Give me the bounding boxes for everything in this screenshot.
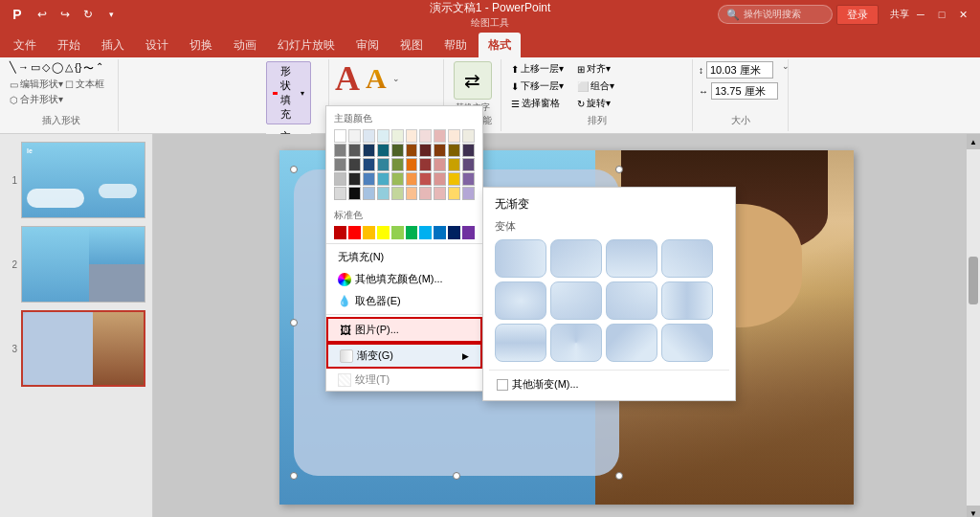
edit-shape-button[interactable]: ▭编辑形状▾ (10, 78, 63, 91)
variant-7[interactable] (606, 281, 657, 320)
variant-11[interactable] (606, 324, 657, 362)
color-pale-cyan[interactable] (377, 187, 390, 200)
more-fill-colors-item[interactable]: 其他填充颜色(M)... (326, 268, 482, 290)
color-tan[interactable] (406, 172, 418, 186)
tab-home[interactable]: 开始 (48, 33, 90, 57)
color-yellow[interactable] (448, 158, 460, 171)
variant-1[interactable] (495, 239, 546, 278)
color-violet[interactable] (462, 158, 475, 171)
tab-view[interactable]: 视图 (390, 33, 433, 57)
color-red-mid[interactable] (419, 158, 432, 171)
close-button[interactable]: ✕ (953, 5, 972, 24)
shape-wave[interactable]: 〜 (83, 61, 94, 76)
color-dark-gray[interactable] (348, 144, 361, 157)
color-pink[interactable] (434, 129, 446, 143)
gradient-item[interactable]: 渐变(G) ▶ (326, 343, 482, 369)
variant-8[interactable] (661, 281, 713, 320)
color-cornflower[interactable] (363, 172, 375, 186)
color-black[interactable] (348, 187, 361, 200)
color-peach[interactable] (448, 129, 460, 143)
width-input[interactable] (711, 82, 778, 100)
texture-item[interactable]: 纹理(T) (326, 369, 482, 391)
slide-3-thumbnail[interactable] (21, 310, 145, 387)
color-pale-orange[interactable] (406, 187, 418, 200)
share-button[interactable]: 共享 (890, 5, 909, 24)
login-button[interactable]: 登录 (836, 5, 879, 25)
redo-button[interactable]: ↪ (56, 6, 75, 23)
tab-insert[interactable]: 插入 (92, 33, 134, 57)
scroll-up-button[interactable]: ▲ (967, 134, 980, 149)
shape-circle[interactable]: ◯ (52, 61, 63, 74)
rotate-button[interactable]: ↻旋转▾ (573, 96, 618, 111)
color-light-gray[interactable] (348, 129, 361, 143)
shape-fill-dropdown-arrow[interactable]: ▾ (301, 89, 304, 98)
tab-format[interactable]: 格式 (479, 33, 521, 57)
eyedropper-item[interactable]: 💧 取色器(E) (326, 290, 482, 312)
tab-slideshow[interactable]: 幻灯片放映 (268, 33, 345, 57)
color-sky[interactable] (377, 172, 390, 186)
color-blue[interactable] (363, 158, 375, 171)
tab-transitions[interactable]: 切换 (180, 33, 222, 57)
color-light-cyan[interactable] (377, 129, 390, 143)
variant-10[interactable] (550, 324, 602, 362)
color-mid-gray[interactable] (334, 158, 346, 171)
tab-animations[interactable]: 动画 (224, 33, 266, 57)
tab-design[interactable]: 设计 (136, 33, 178, 57)
color-navy[interactable] (363, 144, 375, 157)
color-pale-pink[interactable] (434, 187, 446, 200)
minimize-button[interactable]: ─ (911, 5, 930, 24)
std-orange[interactable] (363, 226, 375, 239)
color-steel[interactable] (377, 158, 390, 171)
textbox-button[interactable]: ☐文本框 (65, 78, 104, 91)
group-button[interactable]: ⬜组合▾ (573, 79, 618, 94)
color-pale-green[interactable] (391, 187, 404, 200)
send-backward-button[interactable]: ⬇下移一层▾ (507, 79, 568, 94)
shape-triangle[interactable]: △ (65, 61, 73, 74)
repeat-button[interactable]: ↻ (78, 6, 98, 23)
size-expand-button[interactable]: ⌄ (782, 61, 790, 71)
variant-3[interactable] (606, 239, 657, 278)
color-amber[interactable] (448, 172, 460, 186)
tab-help[interactable]: 帮助 (434, 33, 477, 57)
color-pale-red[interactable] (419, 187, 432, 200)
color-gold[interactable] (448, 144, 460, 157)
tab-review[interactable]: 审阅 (346, 33, 389, 57)
align-button[interactable]: ⊞对齐▾ (573, 61, 618, 77)
color-near-black[interactable] (348, 172, 361, 186)
handle-bl[interactable] (290, 472, 298, 480)
color-orange[interactable] (406, 158, 418, 171)
slide-1-thumbnail[interactable]: Ie (21, 142, 145, 218)
no-fill-item[interactable]: 无填充(N) (326, 246, 482, 268)
color-charcoal[interactable] (348, 158, 361, 171)
color-mauve[interactable] (462, 172, 475, 186)
color-light-orange[interactable] (406, 129, 418, 143)
color-pale-blue[interactable] (363, 187, 375, 200)
color-rose[interactable] (419, 172, 432, 186)
height-input[interactable] (706, 61, 773, 79)
art-text-a2[interactable]: A (366, 64, 387, 93)
handle-ml[interactable] (290, 319, 298, 326)
color-blush[interactable] (434, 172, 446, 186)
std-purple[interactable] (462, 226, 475, 239)
shape-diamond[interactable]: ◇ (42, 61, 50, 74)
handle-bm[interactable] (453, 472, 460, 480)
variant-5[interactable] (495, 281, 546, 320)
variant-12[interactable] (661, 324, 713, 362)
variant-2[interactable] (550, 239, 602, 278)
std-navy[interactable] (448, 226, 460, 239)
std-lime[interactable] (391, 226, 404, 239)
picture-item[interactable]: 🖼 图片(P)... (326, 317, 482, 343)
color-white[interactable] (334, 129, 346, 143)
std-yellow[interactable] (377, 226, 390, 239)
shape-rect[interactable]: ▭ (31, 61, 40, 74)
color-green[interactable] (391, 158, 404, 171)
color-lavender[interactable] (462, 187, 475, 200)
vertical-scrollbar[interactable]: ▲ ▼ (967, 134, 980, 517)
customize-button[interactable]: ▾ (101, 6, 121, 23)
slide-2-thumbnail[interactable] (21, 226, 145, 303)
color-light-green[interactable] (391, 129, 404, 143)
color-lime[interactable] (391, 172, 404, 186)
help-search[interactable]: 🔍 操作说明搜索 (718, 5, 833, 24)
variant-9[interactable] (495, 324, 546, 362)
color-salmon[interactable] (434, 158, 446, 171)
